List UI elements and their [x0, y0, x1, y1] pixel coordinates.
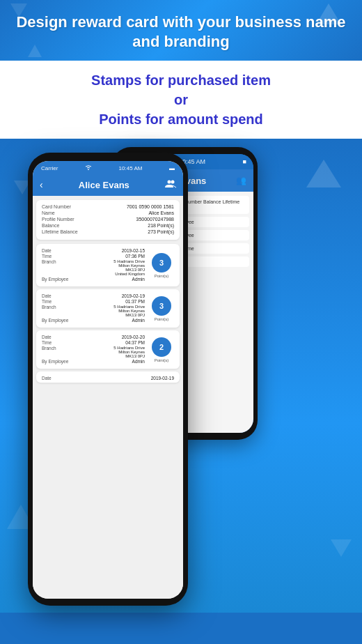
trans-3-time-label: Time [42, 340, 71, 345]
trans-1-branch-row: Branch 5 Hadrians Drive Milton Keynes MK… [42, 259, 145, 276]
mid-line1: Stamps for purchased item [91, 72, 271, 88]
top-banner-title: Design reward card with your business na… [14, 13, 348, 51]
trans-3-employee-label: By Employee [42, 359, 71, 364]
info-profile-row: Profile Number 35000070247988 [42, 217, 174, 222]
lifetime-label: Lifetime Balance [42, 229, 78, 234]
main-carrier: Carrier [41, 165, 58, 171]
profile-number-value: 35000070247988 [136, 217, 174, 222]
trans-3-date-row: Date 2019-02-20 [42, 335, 145, 339]
trans-2-date-value: 2019-02-19 [71, 293, 145, 298]
trans-1-date-row: Date 2019-02-15 [42, 248, 145, 253]
trans-1-employee-row: By Employee Admin [42, 277, 145, 282]
main-header-title: Alice Evans [79, 180, 129, 190]
transaction-card-1: Date 2019-02-15 Time 07:36 PM Branch 5 H… [36, 244, 180, 286]
info-lifetime-row: Lifetime Balance 273 Point(s) [42, 229, 174, 234]
trans-1-points-label: Point(s) [155, 274, 169, 278]
decor-triangle-3 [28, 45, 42, 57]
mid-line3: Points for amount spend [99, 112, 263, 127]
main-header: ‹ Alice Evans [33, 175, 183, 196]
trans-2-time-value: 01:37 PM [71, 299, 145, 304]
phone-scene: Carrier 10:45 AM ■ ‹ Alice Evans 👥 Card … [0, 139, 362, 613]
trans-1-time-row: Time 07:36 PM [42, 254, 145, 259]
trans-3-date-value: 2019-02-20 [71, 335, 145, 339]
top-banner: Design reward card with your business na… [0, 0, 362, 61]
phone-main-inner: Carrier 10:45 AM ▬ ‹ Alice Evans [33, 161, 183, 599]
bg-triangle-1 [306, 160, 341, 187]
trans-1-details: Date 2019-02-15 Time 07:36 PM Branch 5 H… [42, 248, 145, 282]
trans-1-branch-value: 5 Hadrians Drive Milton Keynes MK13 0PJ … [71, 259, 145, 276]
trans-4-date-label: Date [42, 376, 71, 381]
mid-banner-text: Stamps for purchased item or Points for … [14, 70, 348, 129]
trans-2-points-label: Point(s) [155, 317, 169, 321]
info-name-row: Name Alice Evans [42, 210, 174, 215]
trans-2-time-row: Time 01:37 PM [42, 299, 145, 304]
trans-3-points-number: 2 [159, 343, 164, 351]
trans-1-points-number: 3 [159, 259, 164, 267]
trans-2-badge: 3 Point(s) [149, 293, 174, 323]
trans-2-details: Date 2019-02-19 Time 01:37 PM Branch 5 H… [42, 293, 145, 323]
info-card-number-row: Card Number 7001 0590 0000 1581 [42, 204, 174, 209]
trans-2-time-label: Time [42, 299, 71, 304]
main-back-button[interactable]: ‹ [40, 179, 43, 190]
main-wifi-icon [85, 164, 92, 171]
trans-3-branch-row: Branch 5 Hadrians Drive Milton Keynes MK… [42, 346, 145, 358]
trans-1-date-label: Date [42, 248, 71, 253]
main-status-bar: Carrier 10:45 AM ▬ [33, 161, 183, 175]
bg-triangle-2 [331, 539, 352, 557]
trans-1-employee-label: By Employee [42, 277, 71, 282]
trans-3-badge: 2 Point(s) [149, 335, 174, 365]
trans-3-employee-value: Admin [71, 359, 145, 364]
trans-3-time-value: 04:37 PM [71, 340, 145, 345]
trans-4-date-row: Date 2019-02-19 [42, 376, 174, 381]
trans-3-time-row: Time 04:37 PM [42, 340, 145, 345]
trans-1-points-circle: 3 [152, 253, 171, 273]
trans-3-branch-label: Branch [42, 346, 71, 358]
name-label: Name [42, 210, 55, 215]
pb-person-icon: 👥 [236, 176, 246, 185]
card-number-label: Card Number [42, 204, 71, 209]
trans-2-employee-value: Admin [71, 318, 145, 323]
svg-point-0 [167, 181, 171, 184]
trans-3-details: Date 2019-02-20 Time 04:37 PM Branch 5 H… [42, 335, 145, 365]
trans-2-points-circle: 3 [152, 296, 171, 316]
trans-3-points-label: Point(s) [155, 358, 169, 362]
trans-1-badge: 3 Point(s) [149, 248, 174, 282]
trans-1-time-value: 07:36 PM [71, 254, 145, 259]
trans-2-employee-label: By Employee [42, 318, 71, 323]
trans-3-points-circle: 2 [152, 337, 171, 357]
trans-1-time-label: Time [42, 254, 71, 259]
mid-line2: or [174, 92, 188, 107]
lifetime-value: 273 Point(s) [148, 229, 174, 234]
trans-2-branch-label: Branch [42, 305, 71, 317]
trans-4-details: Date 2019-02-19 [42, 376, 174, 381]
mid-banner: Stamps for purchased item or Points for … [0, 61, 362, 139]
main-person-icon [165, 180, 176, 190]
balance-label: Balance [42, 223, 59, 228]
trans-3-date-label: Date [42, 335, 71, 339]
pb-battery: ■ [243, 158, 246, 165]
trans-1-date-value: 2019-02-15 [71, 248, 145, 253]
balance-value: 218 Point(s) [148, 223, 174, 228]
main-time: 10:45 AM [119, 165, 143, 171]
trans-4-date-value: 2019-02-19 [71, 376, 174, 381]
card-number-value: 7001 0590 0000 1581 [127, 204, 174, 209]
trans-3-employee-row: By Employee Admin [42, 359, 145, 364]
name-value: Alice Evans [148, 210, 174, 215]
main-screen-content: Card Number 7001 0590 0000 1581 Name Ali… [33, 196, 183, 599]
info-card: Card Number 7001 0590 0000 1581 Name Ali… [36, 200, 180, 240]
transaction-card-3: Date 2019-02-20 Time 04:37 PM Branch 5 H… [36, 330, 180, 369]
trans-2-date-label: Date [42, 293, 71, 298]
transaction-card-4: Date 2019-02-19 [36, 371, 180, 383]
trans-2-points-number: 3 [159, 302, 164, 310]
decor-triangle-2 [10, 3, 27, 17]
info-balance-row: Balance 218 Point(s) [42, 223, 174, 228]
main-battery-icon: ▬ [169, 165, 175, 171]
trans-1-employee-value: Admin [71, 277, 145, 282]
trans-2-date-row: Date 2019-02-19 [42, 293, 145, 298]
decor-triangle-1 [316, 3, 341, 24]
phone-main: Carrier 10:45 AM ▬ ‹ Alice Evans [28, 153, 188, 606]
trans-2-branch-value: 5 Hadrians Drive Milton Keynes MK13 0PJ [71, 305, 145, 317]
trans-2-branch-row: Branch 5 Hadrians Drive Milton Keynes MK… [42, 305, 145, 317]
transaction-card-2: Date 2019-02-19 Time 01:37 PM Branch 5 H… [36, 289, 180, 328]
trans-1-branch-label: Branch [42, 259, 71, 276]
